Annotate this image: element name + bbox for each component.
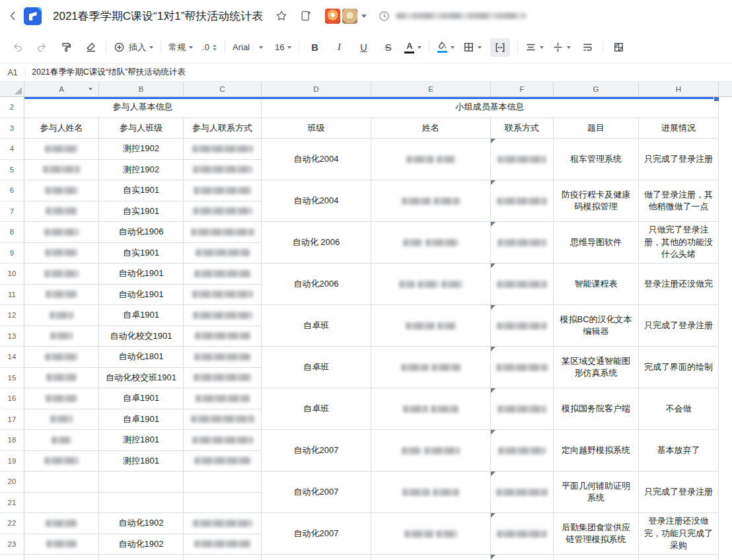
cell-topic[interactable]: 后勤集团食堂供应链管理模拟系统 [554,513,639,555]
cell-member-names[interactable] [371,430,491,472]
cell-member-names[interactable] [371,180,491,222]
cell-participant-class[interactable]: 测控1801 [99,430,184,451]
row-header-8[interactable]: 8 [0,222,24,243]
column-header-D[interactable]: D [262,82,371,96]
cell-group-contact[interactable] [491,305,554,347]
row-header-13[interactable]: 13 [0,326,24,347]
cell-participant-contact[interactable] [184,201,262,223]
cell-progress[interactable]: 完成了界面的绘制 [639,347,719,388]
row-header-14[interactable]: 14 [0,347,24,368]
cell-participant-class[interactable] [99,472,184,493]
cell-participant-name[interactable] [24,534,99,555]
field-header-cell[interactable]: 参与人姓名 [24,118,99,139]
cell-participant-name[interactable] [24,160,99,181]
field-header-cell[interactable]: 题目 [554,118,639,139]
cell-participant-name[interactable] [24,451,99,472]
cell-reference-box[interactable]: A1 [0,68,25,77]
cell-participant-class[interactable]: 自动化1901 [99,285,184,306]
font-family-dropdown[interactable]: Arial [233,38,263,57]
cell-topic[interactable]: 模拟国务院客户端 [554,388,639,430]
cell-participant-contact[interactable] [184,493,262,514]
cell-participant-name[interactable] [24,139,99,160]
underline-button[interactable]: U [355,38,371,57]
cell-progress[interactable]: 登录注册还没做完 [639,263,719,305]
cell-participant-contact[interactable] [184,305,262,326]
row-header-18[interactable]: 18 [0,430,24,451]
cell-partial-row[interactable] [262,555,371,560]
cell-partial-row[interactable] [99,555,184,560]
cell-participant-name[interactable] [24,305,99,326]
cell-participant-name[interactable] [24,409,99,431]
cell-participant-contact[interactable] [184,451,262,472]
cell-participant-contact[interactable] [184,285,262,306]
cell-member-names[interactable] [371,347,491,388]
cell-participant-name[interactable] [24,513,99,534]
insert-button[interactable]: 插入 [114,38,153,57]
avatar[interactable] [342,9,357,24]
field-header-cell[interactable]: 参与人班级 [99,118,184,139]
font-color-button[interactable]: A [404,38,421,57]
row-header-5[interactable]: 5 [0,160,24,181]
redo-button[interactable] [34,38,50,57]
cell-participant-contact[interactable] [184,409,262,431]
cell-participant-class[interactable]: 自卓1901 [99,409,184,431]
cell-progress[interactable]: 只完成了登录注册 [639,472,719,513]
row-header-7[interactable]: 7 [0,201,24,223]
chevron-down-icon[interactable] [361,15,367,18]
vertical-align-button[interactable] [552,38,571,57]
row-header-10[interactable]: 10 [0,263,24,285]
cell-participant-class[interactable]: 自实1901 [99,201,184,223]
merge-cells-button[interactable] [490,38,510,57]
cell-group-contact[interactable] [491,430,554,472]
cell-group-class[interactable]: 自动化2004 [262,139,371,180]
clear-format-eraser-icon[interactable] [83,38,98,57]
cell-topic[interactable]: 租车管理系统 [554,139,639,180]
cell-participant-class[interactable]: 测控1902 [99,160,184,181]
cell-member-names[interactable] [371,222,491,263]
cell-group-class[interactable]: 自动化2007 [262,472,371,513]
cell-participant-class[interactable]: 自卓1901 [99,305,184,326]
cell-participant-name[interactable] [24,326,99,347]
cell-progress[interactable]: 登录注册还没做完，功能只完成了采购 [639,513,719,555]
cell-participant-contact[interactable] [184,243,262,264]
cell-topic[interactable]: 思维导图软件 [554,222,639,263]
row-header-4[interactable]: 4 [0,139,24,160]
format-painter-icon[interactable] [58,38,74,57]
cell-group-contact[interactable] [491,513,554,555]
cell-progress[interactable]: 只完成了登录注册 [639,139,719,180]
formula-input[interactable]: 2021春季学期C课设“结队”帮扶活动统计表 [26,67,186,78]
tencent-docs-logo-icon[interactable] [24,7,42,25]
row-header-15[interactable]: 15 [0,368,24,389]
cell-participant-name[interactable] [24,201,99,223]
cell-group-class[interactable]: 自动化2007 [262,430,371,472]
cell-participant-contact[interactable] [184,472,262,493]
cell-group-contact[interactable] [491,347,554,388]
cell-topic[interactable]: 模拟BC的汉化文本编辑器 [554,305,639,347]
cell-member-names[interactable] [371,472,491,513]
row-header-20[interactable]: 20 [0,472,24,493]
collaborator-avatars[interactable] [325,9,367,24]
column-header-H[interactable]: H [639,82,719,96]
field-header-cell[interactable]: 姓名 [371,118,491,139]
row-header-6[interactable]: 6 [0,180,24,201]
cell-participant-name[interactable] [24,388,99,409]
cell-participant-contact[interactable] [184,388,262,409]
cell-participant-contact[interactable] [184,430,262,451]
cell-participant-class[interactable]: 自动化1906 [99,222,184,243]
column-header-G[interactable]: G [554,82,639,96]
cell-participant-name[interactable] [24,347,99,368]
strikethrough-button[interactable]: S [380,38,396,57]
bold-button[interactable]: B [307,38,322,57]
cell-participant-class[interactable]: 自动化1902 [99,534,184,555]
cell-participant-class[interactable]: 自动化1902 [99,513,184,534]
cell-progress[interactable]: 只做完了登录注册，其他的功能没什么头绪 [639,222,719,263]
cell-group-class[interactable]: 自卓班 [262,388,371,430]
cell-partial-row[interactable] [371,555,491,560]
cell-member-names[interactable] [371,263,491,305]
cell-progress[interactable]: 做了登录注册，其他稍微做了一点 [639,180,719,222]
cell-topic[interactable]: 定向越野模拟系统 [554,430,639,472]
cell-group-class[interactable]: 自动化2006 [262,263,371,305]
cell-partial-row[interactable] [24,555,99,560]
decimal-stepper[interactable]: .0 [201,38,217,57]
cell-participant-class[interactable] [99,493,184,514]
